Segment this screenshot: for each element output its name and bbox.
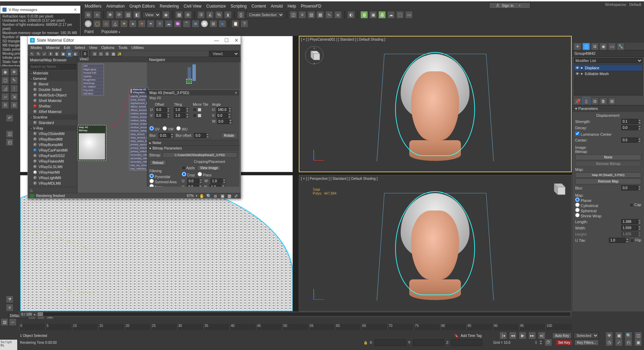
zoom-value[interactable]: 67% bbox=[187, 194, 194, 198]
vw-radio[interactable]: VW bbox=[162, 127, 173, 131]
map-button[interactable]: Map #0 (head1_3.PSD) bbox=[575, 172, 641, 178]
crop-radio[interactable]: Crop bbox=[182, 173, 194, 177]
sign-in-button[interactable]: Sign In ▼ bbox=[489, 2, 530, 9]
lock-icon[interactable]: 🔒 bbox=[363, 341, 368, 344]
tb-select-region-icon[interactable]: ⧉ bbox=[84, 11, 92, 19]
slate-tb-showmap-icon[interactable]: ◐ bbox=[73, 51, 78, 56]
tb-named-selection-icon[interactable]: {} bbox=[237, 11, 245, 19]
slate-menu-tools[interactable]: Tools bbox=[118, 45, 127, 50]
modifier-list-select[interactable]: Modifier List bbox=[574, 58, 643, 63]
mat-shell[interactable]: Shell Material bbox=[28, 98, 77, 103]
slate-menu-options[interactable]: Options bbox=[101, 45, 114, 50]
lr-vertex-icon[interactable]: ⋮ bbox=[10, 85, 18, 92]
remove-bitmap-button[interactable]: Remove Bitmap bbox=[575, 161, 641, 167]
tab-create-icon[interactable]: ✛ bbox=[574, 43, 581, 50]
time-expand-icon[interactable]: ↔ bbox=[9, 318, 17, 326]
tb-placement-icon[interactable]: ◧ bbox=[133, 11, 141, 19]
nav-orbit-icon[interactable]: ◷ bbox=[605, 339, 613, 346]
minimize-icon[interactable]: — bbox=[214, 38, 219, 43]
tb-percent-snap-icon[interactable]: % bbox=[215, 11, 223, 19]
obj-atom-icon[interactable]: ⚛ bbox=[156, 20, 163, 28]
tb-render-cloud-icon[interactable]: ☁ bbox=[387, 11, 395, 19]
mat-multisub[interactable]: Multi/Sub-Object bbox=[28, 92, 77, 98]
nav-pan-icon[interactable]: ✥ bbox=[605, 332, 613, 339]
auto-key-button[interactable]: Auto Key bbox=[552, 333, 571, 339]
slate-menu-edit[interactable]: Edit bbox=[64, 45, 70, 50]
viewcube[interactable] bbox=[549, 179, 568, 198]
zoom-region-icon[interactable]: ⧈ bbox=[213, 194, 218, 198]
u-mirror-check[interactable] bbox=[193, 108, 197, 112]
eye-icon[interactable]: 👁 bbox=[576, 72, 579, 76]
zoom-fit-icon[interactable]: ▣ bbox=[220, 194, 225, 198]
obj-sun-icon[interactable]: ☀ bbox=[120, 20, 128, 28]
menu-content[interactable]: Content bbox=[252, 4, 266, 9]
crop-u-spinner[interactable]: ▴▾ bbox=[187, 178, 202, 184]
lr-box-icon[interactable]: ▢ bbox=[1, 76, 9, 84]
make-unique-icon[interactable]: ⧉ bbox=[591, 97, 599, 105]
menu-phoenixfd[interactable]: PhoenixFD bbox=[301, 4, 321, 9]
lr-face-icon[interactable]: ▱ bbox=[1, 93, 9, 101]
lr-undo-icon[interactable]: ↶ bbox=[6, 114, 13, 122]
menu-scripting[interactable]: Scripting bbox=[231, 4, 247, 9]
tb-render-icon[interactable]: 🍵 bbox=[378, 11, 386, 19]
slate-tb-assign-icon[interactable]: ⬇ bbox=[48, 51, 53, 56]
params-rollout-header[interactable]: ▾ Parameters bbox=[572, 105, 644, 112]
mat-shellac[interactable]: Shellac bbox=[28, 103, 77, 109]
obj-clipboard-icon[interactable]: 📋 bbox=[232, 20, 239, 28]
rotate-button[interactable]: Rotate bbox=[221, 133, 237, 138]
object-name-field[interactable]: Group49842 bbox=[572, 50, 644, 57]
cap-check[interactable]: Cap bbox=[630, 203, 641, 208]
v-mirror-check[interactable] bbox=[193, 114, 197, 117]
img-blur-spinner[interactable]: ▴▾ bbox=[621, 185, 641, 191]
viewport-top-right[interactable]: [ + ] [ PhysCamera001 ] [ Standard ] [ D… bbox=[299, 36, 572, 172]
mat-standard[interactable]: Standard bbox=[28, 120, 77, 125]
lr-edge-icon[interactable]: ◿ bbox=[1, 85, 9, 92]
navigator-pane[interactable] bbox=[147, 62, 239, 89]
key-target-select[interactable]: Selected bbox=[573, 332, 599, 339]
obj-ring-icon[interactable]: ◎ bbox=[102, 20, 110, 28]
lr-settings-icon[interactable]: ≡ bbox=[6, 304, 13, 311]
slate-tb-delete-icon[interactable]: 🗑 bbox=[54, 51, 60, 56]
mat-vray2sided[interactable]: VRay2SidedMtl bbox=[28, 131, 77, 136]
play-icon[interactable]: ▶ bbox=[519, 332, 526, 339]
slate-tb-list-icon[interactable]: ≣ bbox=[104, 51, 110, 56]
menu-grapheditors[interactable]: Graph Editors bbox=[129, 4, 155, 9]
tb-curve-editor-icon[interactable]: ∿ bbox=[325, 11, 333, 19]
tb-rfw-icon[interactable]: ▣ bbox=[369, 11, 377, 19]
material-search-input[interactable] bbox=[29, 64, 76, 70]
nav-max-icon[interactable]: ▣ bbox=[634, 339, 642, 346]
filter-pyramidal-radio[interactable]: Pyramidal bbox=[149, 174, 179, 179]
show-end-result-icon[interactable]: ▯ bbox=[582, 97, 590, 105]
tb-vfb-icon[interactable]: ▭ bbox=[405, 11, 413, 19]
crop-w-spinner[interactable]: ▴▾ bbox=[211, 178, 226, 184]
key-filters-button[interactable]: Key Filters... bbox=[574, 340, 599, 346]
slate-tb-zero-icon[interactable]: 0 bbox=[82, 51, 88, 56]
v-offset-spinner[interactable]: ▴▾ bbox=[155, 113, 170, 118]
mat-vrayfastsss2[interactable]: VRayFastSSS2 bbox=[28, 153, 77, 158]
mat-vraymdl[interactable]: VRayMDLMtl bbox=[28, 181, 77, 186]
view-image-button[interactable]: View Image bbox=[197, 165, 221, 171]
play-last-icon[interactable]: ▸| bbox=[538, 332, 546, 339]
obj-grass-icon[interactable]: ♒ bbox=[174, 20, 181, 28]
tb-spinner-snap-icon[interactable]: ⧗ bbox=[224, 11, 232, 19]
trackbar[interactable]: 0 / 100 ▸ bbox=[19, 311, 572, 317]
map-cyl-radio[interactable]: Cylindrical bbox=[575, 203, 598, 208]
stack-item-editable-mesh[interactable]: 👁 ▸ Editable Mesh bbox=[574, 71, 642, 76]
slate-tb-pick-icon[interactable]: ↖ bbox=[29, 51, 35, 56]
menu-civilview[interactable]: Civil View bbox=[183, 4, 201, 9]
bluroffset-spinner[interactable]: ▴▾ bbox=[194, 133, 209, 138]
set-key-button[interactable]: Set Key bbox=[556, 340, 572, 346]
bitmap-path-button[interactable]: C:\Users\MO\Desktop\head1_3.PSD bbox=[162, 152, 237, 158]
mat-xref[interactable]: XRef Material bbox=[28, 109, 77, 114]
menu-customize[interactable]: Customize bbox=[206, 4, 226, 9]
obj-cone-icon[interactable]: △ bbox=[111, 20, 119, 28]
u-tiling-spinner[interactable]: ▴▾ bbox=[174, 107, 189, 112]
nav-fov-icon[interactable]: ◫ bbox=[634, 332, 642, 339]
cat-general[interactable]: - General bbox=[28, 76, 77, 81]
lum-center-check[interactable]: Luminance Center bbox=[575, 131, 612, 136]
ribbon-paint[interactable]: Paint bbox=[84, 29, 94, 34]
stack-item-displace[interactable]: 👁 ▸ Displace bbox=[574, 65, 642, 71]
tb-mirror-icon[interactable]: ◫ bbox=[289, 11, 297, 19]
lr-funnel-icon[interactable]: ⧩ bbox=[6, 296, 13, 303]
v-tiling-spinner[interactable]: ▴▾ bbox=[174, 113, 189, 118]
